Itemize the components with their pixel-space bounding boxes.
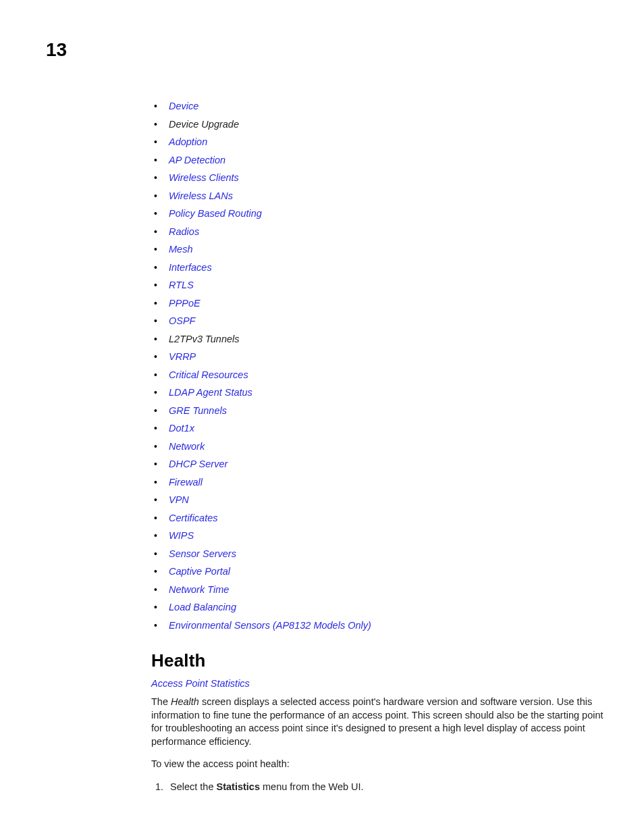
statistics-bold-word: Statistics xyxy=(217,781,260,792)
toc-item: Network Time xyxy=(151,585,609,595)
toc-link[interactable]: Load Balancing xyxy=(169,602,236,613)
toc-item: VPN xyxy=(151,495,609,505)
toc-link[interactable]: Certificates xyxy=(169,513,218,523)
page: 13 DeviceDevice UpgradeAdoptionAP Detect… xyxy=(0,0,644,834)
health-description-paragraph: The Health screen displays a selected ac… xyxy=(151,696,609,748)
toc-link[interactable]: Dot1x xyxy=(169,423,194,434)
page-number: 13 xyxy=(46,39,609,61)
toc-item: AP Detection xyxy=(151,155,609,165)
text-fragment: screen displays a selected access point'… xyxy=(151,696,603,747)
toc-item: Wireless LANs xyxy=(151,191,609,201)
section-heading-health: Health xyxy=(151,650,609,671)
toc-link[interactable]: Mesh xyxy=(169,244,192,255)
toc-item: Policy Based Routing xyxy=(151,209,609,219)
toc-link[interactable]: PPPoE xyxy=(169,298,200,309)
toc-item: LDAP Agent Status xyxy=(151,388,609,398)
access-point-statistics-link[interactable]: Access Point Statistics xyxy=(151,678,609,689)
toc-link[interactable]: Device xyxy=(169,101,198,111)
toc-item: PPPoE xyxy=(151,298,609,309)
toc-item: Mesh xyxy=(151,244,609,255)
toc-item: RTLS xyxy=(151,280,609,290)
toc-link[interactable]: VRRP xyxy=(169,351,196,362)
step-1: Select the Statistics menu from the Web … xyxy=(166,781,609,794)
toc-list: DeviceDevice UpgradeAdoptionAP Detection… xyxy=(151,101,609,630)
toc-link[interactable]: Adoption xyxy=(169,136,207,147)
toc-label: L2TPv3 Tunnels xyxy=(169,334,240,344)
toc-link[interactable]: Network Time xyxy=(169,584,229,595)
toc-link[interactable]: Wireless LANs xyxy=(169,190,233,201)
toc-item: Captive Portal xyxy=(151,567,609,577)
toc-item: Radios xyxy=(151,227,609,237)
toc-item: Firewall xyxy=(151,477,609,488)
toc-link[interactable]: Firewall xyxy=(169,477,203,488)
toc-item: Wireless Clients xyxy=(151,173,609,183)
toc-item: DHCP Server xyxy=(151,459,609,469)
toc-link[interactable]: Policy Based Routing xyxy=(169,208,262,219)
toc-item: Critical Resources xyxy=(151,370,609,380)
toc-item: Certificates xyxy=(151,513,609,523)
toc-item: OSPF xyxy=(151,316,609,326)
toc-item: WIPS xyxy=(151,531,609,541)
toc-link[interactable]: WIPS xyxy=(169,530,194,541)
toc-link[interactable]: LDAP Agent Status xyxy=(169,387,252,398)
toc-link[interactable]: GRE Tunnels xyxy=(169,405,227,416)
text-fragment: menu from the Web UI. xyxy=(260,781,364,792)
text-fragment: Select the xyxy=(170,781,217,792)
toc-label: Device Upgrade xyxy=(169,119,239,130)
toc-item: Dot1x xyxy=(151,423,609,434)
toc-link[interactable]: Wireless Clients xyxy=(169,172,239,183)
toc-item: Interfaces xyxy=(151,263,609,273)
steps-list: Select the Statistics menu from the Web … xyxy=(151,781,609,794)
toc-link[interactable]: RTLS xyxy=(169,280,194,290)
toc-link[interactable]: Captive Portal xyxy=(169,566,230,577)
toc-item: Sensor Servers xyxy=(151,549,609,559)
toc-link[interactable]: Radios xyxy=(169,226,199,237)
toc-link[interactable]: Interfaces xyxy=(169,262,212,273)
toc-link[interactable]: OSPF xyxy=(169,315,195,326)
toc-item: Network xyxy=(151,442,609,452)
toc-link[interactable]: Critical Resources xyxy=(169,369,248,380)
toc-link[interactable]: VPN xyxy=(169,494,189,505)
toc-item: Device xyxy=(151,101,609,111)
content-column: DeviceDevice UpgradeAdoptionAP Detection… xyxy=(151,101,609,793)
toc-link[interactable]: AP Detection xyxy=(169,155,225,165)
toc-item: Environmental Sensors (AP8132 Models Onl… xyxy=(151,621,609,631)
instruction-paragraph: To view the access point health: xyxy=(151,758,609,771)
toc-item: Adoption xyxy=(151,137,609,147)
toc-item: GRE Tunnels xyxy=(151,406,609,416)
toc-item: L2TPv3 Tunnels xyxy=(151,334,609,344)
toc-item: VRRP xyxy=(151,352,609,362)
toc-link[interactable]: Network xyxy=(169,441,205,452)
toc-link[interactable]: DHCP Server xyxy=(169,459,227,469)
text-fragment: The xyxy=(151,696,171,707)
toc-link[interactable]: Sensor Servers xyxy=(169,548,236,559)
toc-item: Device Upgrade xyxy=(151,120,609,130)
toc-item: Load Balancing xyxy=(151,602,609,613)
toc-link[interactable]: Environmental Sensors (AP8132 Models Onl… xyxy=(169,620,371,631)
health-italic-word: Health xyxy=(171,696,199,707)
